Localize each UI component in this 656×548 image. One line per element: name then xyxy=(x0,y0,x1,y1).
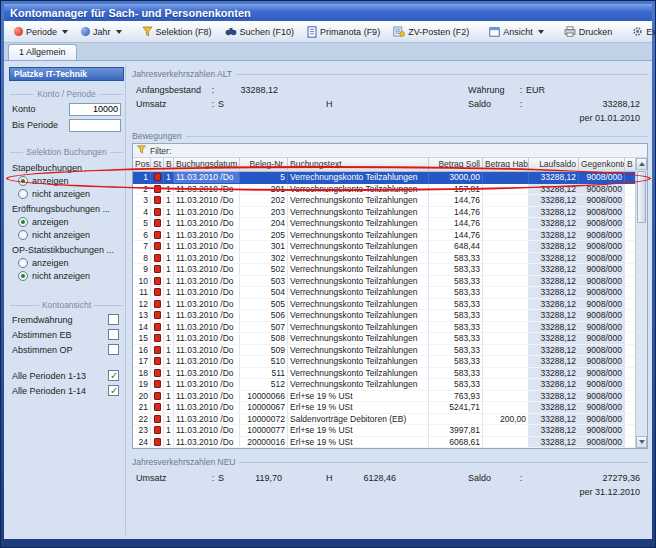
table-row[interactable]: 16111.03.2010 /Do509Verrechnungskonto Te… xyxy=(133,345,635,357)
cell-gegenkonto: 9008/000 xyxy=(579,172,625,183)
column-header[interactable]: Buchungstext xyxy=(288,158,429,171)
colon: : xyxy=(208,99,218,109)
check-abstimmen-op[interactable]: Abstimmen OP xyxy=(8,342,125,357)
cell-laufsaldo: 33288,12 xyxy=(529,230,579,241)
cell-buchungsdatum: 11.03.2010 /Do xyxy=(174,425,240,436)
cell-pos: 8 xyxy=(133,253,151,264)
konto-input[interactable] xyxy=(69,103,121,116)
column-header[interactable]: B xyxy=(164,158,174,171)
selektion-button[interactable]: Selektion (F8) xyxy=(136,23,218,40)
table-row[interactable]: 4111.03.2010 /Do203Verrechnungskonto Tei… xyxy=(133,207,635,219)
table-row[interactable]: 8111.03.2010 /Do302Verrechnungskonto Tei… xyxy=(133,253,635,265)
cell-betrag-haben xyxy=(483,402,529,413)
vertical-scrollbar[interactable] xyxy=(635,158,647,448)
periode-button[interactable]: Periode xyxy=(8,24,74,40)
table-row[interactable]: 17111.03.2010 /Do510Verrechnungskonto Te… xyxy=(133,356,635,368)
cell-betrag-soll: 583,33 xyxy=(429,264,483,275)
cell-gegenkonto: 9008/000 xyxy=(579,425,625,436)
table-row[interactable]: 9111.03.2010 /Do502Verrechnungskonto Tei… xyxy=(133,264,635,276)
cell-pos: 4 xyxy=(133,207,151,218)
cell-betrag-soll: 583,33 xyxy=(429,345,483,356)
radio-op-anzeigen[interactable]: anzeigen xyxy=(8,256,125,269)
cell-betrag-soll: 583,33 xyxy=(429,253,483,264)
table-row[interactable]: 5111.03.2010 /Do204Verrechnungskonto Tei… xyxy=(133,218,635,230)
scroll-thumb[interactable] xyxy=(637,171,646,223)
table-row[interactable]: 1111.03.2010 /Do5Verrechnungskonto Teilz… xyxy=(133,172,635,184)
extras-button[interactable]: Extras xyxy=(626,23,656,40)
posted-voucher-icon xyxy=(154,231,161,239)
radio-op-nicht-anzeigen[interactable]: nicht anzeigen xyxy=(8,269,125,282)
cell-status xyxy=(151,310,164,321)
table-row[interactable]: 19111.03.2010 /Do512Verrechnungskonto Te… xyxy=(133,379,635,391)
primanota-button[interactable]: Primanota (F9) xyxy=(301,23,386,41)
table-row[interactable]: 23111.03.2010 /Do10000077Erl+se 19 % USt… xyxy=(133,425,635,437)
table-row[interactable]: 24111.03.2010 /Do20000016Erl+se 19 % USt… xyxy=(133,437,635,449)
cell-betrag-soll: 144,76 xyxy=(429,218,483,229)
cell-buchungstext: Erl+se 19 % USt xyxy=(288,425,429,436)
table-row[interactable]: 12111.03.2010 /Do505Verrechnungskonto Te… xyxy=(133,299,635,311)
cell-beleg-nr: 10000067 xyxy=(240,402,288,413)
table-row[interactable]: 21111.03.2010 /Do10000067Erl+se 19 % USt… xyxy=(133,402,635,414)
column-header[interactable]: Pos xyxy=(133,158,151,171)
posted-voucher-icon xyxy=(154,403,161,411)
scroll-down-button[interactable] xyxy=(636,436,647,448)
radio-eroeffnung-anzeigen[interactable]: anzeigen xyxy=(8,215,125,228)
radio-stapel-nicht-anzeigen[interactable]: nicht anzeigen xyxy=(8,187,125,200)
table-row[interactable]: 6111.03.2010 /Do205Verrechnungskonto Tei… xyxy=(133,230,635,242)
cell-laufsaldo: 33288,12 xyxy=(529,414,579,425)
checkbox-icon xyxy=(108,329,119,340)
radio-stapel-anzeigen[interactable]: anzeigen xyxy=(8,174,125,187)
jahr-button[interactable]: Jahr xyxy=(75,24,128,40)
periode-icon xyxy=(14,27,23,36)
tab-allgemein[interactable]: 1 Allgemein xyxy=(8,44,77,60)
cell-buchungsdatum: 11.03.2010 /Do xyxy=(174,207,240,218)
check-fremdwaehrung[interactable]: Fremdwährung xyxy=(8,312,125,327)
table-row[interactable]: 10111.03.2010 /Do503Verrechnungskonto Te… xyxy=(133,276,635,288)
cell-betrag-soll: 583,33 xyxy=(429,322,483,333)
bis-periode-input[interactable] xyxy=(69,119,121,132)
bewegungen-grid: Filter: PosStBBuchungsdatumBeleg-Nr.Buch… xyxy=(132,143,648,449)
check-alle-perioden-1-13[interactable]: Alle Perioden 1-13 xyxy=(8,368,125,383)
cell-beleg-nr: 10000072 xyxy=(240,414,288,425)
table-row[interactable]: 20111.03.2010 /Do10000066Erl+se 19 % USt… xyxy=(133,391,635,403)
saldo-label: Saldo xyxy=(468,99,516,109)
table-row[interactable]: 22111.03.2010 /Do10000072Saldenvorträge … xyxy=(133,414,635,426)
cell-beleg-nr: 510 xyxy=(240,356,288,367)
table-row[interactable]: 2111.03.2010 /Do201Verrechnungskonto Tei… xyxy=(133,184,635,196)
table-row[interactable]: 18111.03.2010 /Do511Verrechnungskonto Te… xyxy=(133,368,635,380)
suchen-button[interactable]: Suchen (F10) xyxy=(219,23,301,40)
zv-posten-button[interactable]: ZV-Posten (F2) xyxy=(387,23,475,40)
radio-eroeffnung-nicht-anzeigen[interactable]: nicht anzeigen xyxy=(8,228,125,241)
zv-posten-label: ZV-Posten (F2) xyxy=(408,27,469,37)
cell-buchungstext: Verrechnungskonto Teilzahlungen xyxy=(288,345,429,356)
drucken-button[interactable]: Drucken xyxy=(558,23,619,40)
cell-laufsaldo: 33288,12 xyxy=(529,437,579,448)
cell-buchungstext: Verrechnungskonto Teilzahlungen xyxy=(288,207,429,218)
check-abstimmen-eb[interactable]: Abstimmen EB xyxy=(8,327,125,342)
table-row[interactable]: 7111.03.2010 /Do301Verrechnungskonto Tei… xyxy=(133,241,635,253)
posted-voucher-icon xyxy=(154,288,161,296)
cell-b2 xyxy=(625,230,635,241)
column-header[interactable]: St xyxy=(151,158,164,171)
column-header[interactable]: Laufsaldo xyxy=(529,158,579,171)
table-row[interactable]: 3111.03.2010 /Do202Verrechnungskonto Tei… xyxy=(133,195,635,207)
column-header[interactable]: Gegenkonto xyxy=(579,158,625,171)
check-alle-perioden-1-14[interactable]: Alle Perioden 1-14 xyxy=(8,383,125,398)
table-row[interactable]: 14111.03.2010 /Do507Verrechnungskonto Te… xyxy=(133,322,635,334)
cell-laufsaldo: 33288,12 xyxy=(529,402,579,413)
column-header[interactable]: Buchungsdatum xyxy=(174,158,240,171)
scroll-up-button[interactable] xyxy=(636,158,647,170)
table-row[interactable]: 13111.03.2010 /Do506Verrechnungskonto Te… xyxy=(133,310,635,322)
table-row[interactable]: 15111.03.2010 /Do508Verrechnungskonto Te… xyxy=(133,333,635,345)
title-bar: Kontomanager für Sach- und Personenkonte… xyxy=(4,4,652,21)
column-header[interactable]: Betrag Haben xyxy=(483,158,529,171)
filter-bar[interactable]: Filter: xyxy=(133,144,647,158)
table-row[interactable]: 11111.03.2010 /Do504Verrechnungskonto Te… xyxy=(133,287,635,299)
column-header[interactable]: Beleg-Nr. xyxy=(240,158,288,171)
cell-status xyxy=(151,218,164,229)
ansicht-button[interactable]: Ansicht xyxy=(483,24,550,40)
cell-betrag-soll: 5241,71 xyxy=(429,402,483,413)
column-header[interactable]: B xyxy=(625,158,635,171)
column-header[interactable]: Betrag Soll xyxy=(429,158,483,171)
list-coin-icon xyxy=(393,26,405,37)
